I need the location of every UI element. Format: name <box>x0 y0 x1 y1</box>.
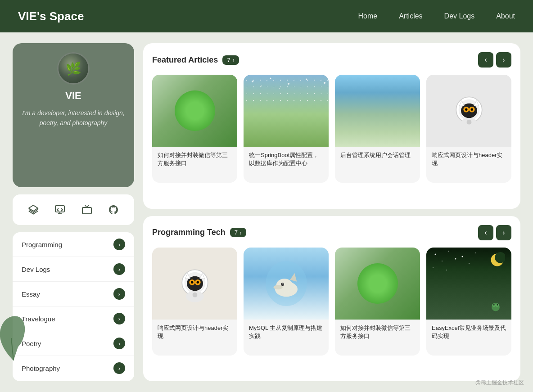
svg-point-7 <box>288 83 289 85</box>
nav-poetry[interactable]: Poetry › <box>13 331 134 356</box>
watermark: @稀土掘金技术社区 <box>475 379 524 387</box>
featured-cards: 如何对接并封装微信等第三方服务接口 <box>152 75 511 183</box>
featured-header: Featured Articles 7 ↑ ‹ › <box>152 52 511 68</box>
prog-title-3: 如何对接并封装微信等第三方服务接口 <box>335 320 420 345</box>
nav-photography[interactable]: Photography › <box>13 356 134 380</box>
featured-nav: ‹ › <box>478 52 511 68</box>
svg-point-55 <box>493 304 495 305</box>
featured-card-1[interactable]: 如何对接并封装微信等第三方服务接口 <box>152 75 237 183</box>
layers-icon[interactable] <box>25 202 41 218</box>
prog-title-2: MySQL 主从复制原理与搭建实践 <box>244 320 329 345</box>
svg-point-17 <box>465 108 467 111</box>
svg-point-43 <box>462 256 463 257</box>
svg-point-33 <box>192 292 197 297</box>
main-content: 🌿 VIE I'm a developer, interested in des… <box>0 32 533 392</box>
svg-point-28 <box>191 281 193 283</box>
nav-arrow-devlogs: › <box>113 263 125 275</box>
featured-card-3[interactable]: 后台管理系统用户会话管理 <box>335 75 420 183</box>
svg-point-47 <box>469 263 470 264</box>
svg-point-11 <box>279 88 280 89</box>
svg-point-56 <box>497 304 498 305</box>
prog-title-1: 响应式网页设计与header实现 <box>152 320 237 345</box>
nav-articles[interactable]: Articles <box>399 12 422 20</box>
prog-image-4 <box>426 248 511 320</box>
nav-essay[interactable]: Essay › <box>13 282 134 306</box>
programming-prev-button[interactable]: ‹ <box>478 225 493 240</box>
featured-title: Featured Articles <box>152 55 218 65</box>
nav-arrow-poetry: › <box>113 338 125 349</box>
nav-arrow-photography: › <box>113 362 125 374</box>
social-icons-bar <box>13 194 134 225</box>
programming-header: Programming Tech 7 ↑ ‹ › <box>152 225 511 240</box>
sidebar: 🌿 VIE I'm a developer, interested in des… <box>13 43 134 381</box>
github-icon[interactable] <box>105 202 122 218</box>
svg-point-49 <box>446 270 447 270</box>
nav-devlogs[interactable]: Dev Logs <box>444 12 475 20</box>
svg-point-40 <box>282 283 284 284</box>
programming-next-button[interactable]: › <box>496 225 511 240</box>
category-nav: Programming › Dev Logs › Essay › Travelo… <box>13 232 134 381</box>
nav-home[interactable]: Home <box>358 12 377 20</box>
avatar-image: 🌿 <box>59 54 88 83</box>
profile-card: 🌿 VIE I'm a developer, interested in des… <box>13 43 134 187</box>
code-icon[interactable] <box>52 202 68 218</box>
nav-arrow-programming: › <box>113 239 125 250</box>
prog-card-2[interactable]: MySQL 主从复制原理与搭建实践 <box>244 248 329 356</box>
svg-point-44 <box>475 252 476 253</box>
profile-name: VIE <box>65 90 81 102</box>
programming-nav: ‹ › <box>478 225 511 240</box>
programming-cards: 响应式网页设计与header实现 <box>152 248 511 356</box>
svg-point-37 <box>273 285 282 289</box>
nav-about[interactable]: About <box>496 12 515 20</box>
avatar: 🌿 <box>57 52 90 85</box>
nav-programming[interactable]: Programming › <box>13 232 134 257</box>
svg-point-10 <box>261 86 262 86</box>
card-image-3 <box>335 75 420 147</box>
card-image-2 <box>244 75 329 147</box>
programming-count: 7 ↑ <box>230 228 247 237</box>
prog-image-2 <box>244 248 329 320</box>
nav-devlogs[interactable]: Dev Logs › <box>13 257 134 282</box>
svg-point-8 <box>306 79 307 80</box>
svg-point-48 <box>433 267 434 268</box>
prog-card-1[interactable]: 响应式网页设计与header实现 <box>152 248 237 356</box>
site-logo[interactable]: VIE's Space <box>18 9 358 23</box>
nav-arrow-travelogue: › <box>113 313 125 324</box>
svg-point-9 <box>324 82 325 84</box>
card-image-1 <box>152 75 237 147</box>
svg-rect-1 <box>55 206 64 212</box>
prog-title-4: EasyExcel常见业务场景及代码实现 <box>426 320 511 345</box>
prog-card-4[interactable]: EasyExcel常见业务场景及代码实现 <box>426 248 511 356</box>
profile-bio: I'm a developer, interested in design, p… <box>22 108 125 128</box>
programming-title: Programming Tech <box>152 228 226 237</box>
content-area: Featured Articles 7 ↑ ‹ › 如何对接并封装微信等第三方服… <box>143 43 520 381</box>
nav-arrow-essay: › <box>113 288 125 300</box>
featured-count: 7 ↑ <box>222 55 239 65</box>
svg-point-46 <box>455 258 456 259</box>
card-image-4 <box>426 75 511 147</box>
header: VIE's Space Home Articles Dev Logs About <box>0 0 533 32</box>
featured-card-4[interactable]: 响应式网页设计与header实现 <box>426 75 511 183</box>
card-title-4: 响应式网页设计与header实现 <box>426 147 511 172</box>
nav-travelogue[interactable]: Travelogue › <box>13 306 134 331</box>
tv-icon[interactable] <box>79 202 95 218</box>
svg-point-41 <box>435 253 436 255</box>
card-title-3: 后台管理系统用户会话管理 <box>335 147 420 164</box>
programming-section: Programming Tech 7 ↑ ‹ › <box>143 216 520 382</box>
svg-point-22 <box>466 120 471 125</box>
svg-point-29 <box>196 281 199 283</box>
svg-point-45 <box>442 261 443 261</box>
svg-point-18 <box>470 108 473 111</box>
prog-card-3[interactable]: 如何对接并封装微信等第三方服务接口 <box>335 248 420 356</box>
svg-rect-4 <box>82 207 91 214</box>
featured-next-button[interactable]: › <box>496 52 511 68</box>
featured-prev-button[interactable]: ‹ <box>478 52 493 68</box>
svg-point-42 <box>448 251 449 252</box>
card-title-2: 统一SpringBoot属性配置，以数据库作为配置中心 <box>244 147 329 172</box>
main-nav: Home Articles Dev Logs About <box>358 12 515 20</box>
prog-image-3 <box>335 248 420 320</box>
featured-card-2[interactable]: 统一SpringBoot属性配置，以数据库作为配置中心 <box>244 75 329 183</box>
svg-point-5 <box>252 81 253 82</box>
svg-point-6 <box>270 78 271 79</box>
featured-section: Featured Articles 7 ↑ ‹ › 如何对接并封装微信等第三方服… <box>143 43 520 209</box>
